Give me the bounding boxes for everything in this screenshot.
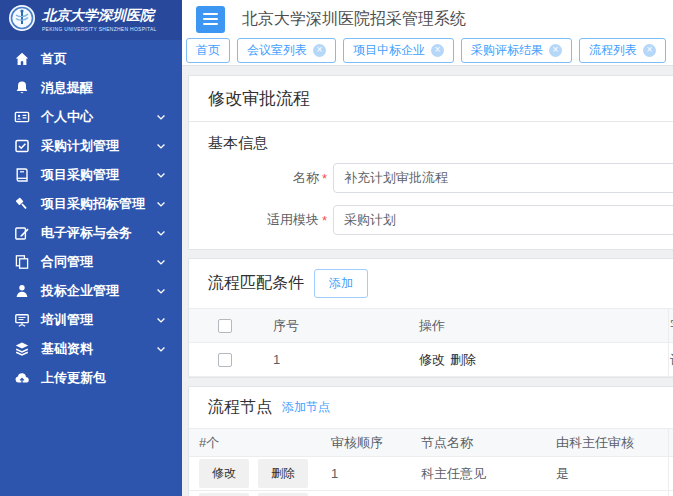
row-no: 1 (261, 343, 407, 376)
sidebar-item-e-evaluation[interactable]: 电子评标与会务 (0, 218, 182, 247)
sidebar-toggle-button[interactable] (196, 6, 225, 33)
add-node-link[interactable]: 添加节点 (282, 399, 330, 416)
sidebar-item-upload-update-package[interactable]: 上传更新包 (0, 363, 182, 392)
hospital-logo-icon (8, 4, 36, 36)
tab-label: 会议室列表 (247, 42, 307, 59)
delete-node-button[interactable]: 删除 (258, 459, 308, 488)
sidebar-item-label: 电子评标与会务 (41, 224, 132, 242)
app-title: 北京大学深圳医院招采管理系统 (242, 9, 466, 30)
hospital-subtitle: PEKING UNIVERSITY SHENZHEN HOSPITAL (42, 26, 157, 31)
chevron-down-icon (156, 257, 166, 267)
column-header-node-name: 节点名称 (411, 429, 546, 456)
hospital-name: 北京大学深圳医院 (42, 9, 182, 23)
close-icon[interactable]: × (643, 44, 656, 57)
column-header-actions: #个 (189, 429, 321, 456)
chevron-down-icon (156, 170, 166, 180)
column-header-dept-head: 由科主任审核 (546, 429, 668, 456)
tab-winning-enterprises[interactable]: 项目中标企业× (343, 38, 454, 63)
plan-check-icon (14, 138, 30, 154)
form-row-module: 适用模块 * (189, 205, 673, 235)
column-header-clipped: 字 (668, 309, 673, 342)
tab-meeting-room-list[interactable]: 会议室列表× (237, 38, 336, 63)
gavel-icon (14, 196, 30, 212)
hospital-logo-band: 北京大学深圳医院 PEKING UNIVERSITY SHENZHEN HOSP… (0, 0, 182, 40)
sidebar-item-training-management[interactable]: 培训管理 (0, 305, 182, 334)
table-header-row: 序号 操作 字 (189, 309, 673, 343)
row-checkbox[interactable] (218, 353, 232, 367)
required-mark: * (322, 171, 327, 186)
column-header-order: 审核顺序 (321, 429, 411, 456)
form-row-name: 名称 * (189, 163, 673, 193)
tab-evaluation-results[interactable]: 采购评标结果× (461, 38, 572, 63)
add-condition-button[interactable]: 添加 (314, 269, 368, 298)
column-header-no: 序号 (261, 309, 407, 342)
sidebar-item-label: 项目采购招标管理 (41, 195, 145, 213)
book-icon (14, 167, 30, 183)
sidebar-item-personal-center[interactable]: 个人中心 (0, 102, 182, 131)
tab-label: 采购评标结果 (471, 42, 543, 59)
chevron-down-icon (156, 344, 166, 354)
tab-process-list[interactable]: 流程列表× (579, 38, 666, 63)
sidebar-item-label: 合同管理 (41, 253, 93, 271)
column-header-clipped (668, 429, 673, 456)
person-icon (14, 283, 30, 299)
process-nodes-heading-row: 流程节点 添加节点 (189, 387, 673, 428)
training-board-icon (14, 312, 30, 328)
close-icon[interactable]: × (431, 44, 444, 57)
row-order: 1 (321, 457, 411, 490)
cloud-upload-icon (14, 370, 30, 386)
sidebar-item-contract-management[interactable]: 合同管理 (0, 247, 182, 276)
module-field-label: 适用模块 (189, 211, 319, 229)
chevron-down-icon (156, 315, 166, 325)
select-all-checkbox[interactable] (218, 319, 232, 333)
chevron-down-icon (156, 112, 166, 122)
name-field-label: 名称 (189, 169, 319, 187)
tab-home[interactable]: 首页 (186, 38, 230, 63)
process-nodes-table: #个 审核顺序 节点名称 由科主任审核 修改 删除 1 科主任意见 是 修改 (189, 428, 673, 496)
column-header-operation: 操作 (407, 309, 668, 342)
sidebar-item-label: 上传更新包 (41, 369, 106, 387)
sidebar-item-home[interactable]: 首页 (0, 44, 182, 73)
id-card-icon (14, 109, 30, 125)
sidebar-item-bidding-management[interactable]: 项目采购招标管理 (0, 189, 182, 218)
page-title: 修改审批流程 (189, 76, 673, 122)
sidebar-item-label: 基础资料 (41, 340, 93, 358)
open-tabs-bar: 首页 会议室列表× 项目中标企业× 采购评标结果× 流程列表× 流程× (182, 38, 673, 66)
table-row: 1 修改 删除 计 (189, 343, 673, 377)
documents-icon (14, 254, 30, 270)
sidebar-item-project-purchase[interactable]: 项目采购管理 (0, 160, 182, 189)
edit-link[interactable]: 修改 (419, 351, 445, 369)
table-row: 修改 删除 2 采购员意见 否 (189, 491, 673, 496)
chevron-down-icon (156, 286, 166, 296)
sidebar-item-messages[interactable]: 消息提醒 (0, 73, 182, 102)
edit-node-button[interactable]: 修改 (199, 459, 249, 488)
row-node-name: 采购员意见 (411, 491, 546, 496)
sidebar-item-label: 采购计划管理 (41, 137, 119, 155)
basic-info-panel: 修改审批流程 基本信息 名称 * 适用模块 * (188, 75, 673, 250)
sidebar-menu: 首页 消息提醒 个人中心 采购计划管理 项目采购管理 项目采购招标管理 (0, 40, 182, 392)
sidebar-item-label: 培训管理 (41, 311, 93, 329)
match-conditions-heading-row: 流程匹配条件 添加 (189, 259, 673, 308)
delete-link[interactable]: 删除 (450, 351, 476, 369)
close-icon[interactable]: × (549, 44, 562, 57)
row-node-name: 科主任意见 (411, 457, 546, 490)
match-conditions-panel: 流程匹配条件 添加 序号 操作 字 1 修改 删除 计 (188, 258, 673, 378)
top-header: 北京大学深圳医院招采管理系统 (182, 0, 673, 38)
row-clipped-cell: 计 (668, 343, 673, 376)
required-mark: * (322, 213, 327, 228)
match-conditions-heading: 流程匹配条件 (208, 273, 304, 294)
sidebar-item-label: 首页 (41, 50, 67, 68)
close-icon[interactable]: × (313, 44, 326, 57)
sidebar-item-purchase-plan[interactable]: 采购计划管理 (0, 131, 182, 160)
module-input[interactable] (333, 205, 673, 235)
sidebar-item-label: 项目采购管理 (41, 166, 119, 184)
name-input[interactable] (333, 163, 673, 193)
sidebar-item-bidder-enterprise[interactable]: 投标企业管理 (0, 276, 182, 305)
tab-label: 首页 (196, 42, 220, 59)
sidebar-item-basic-data[interactable]: 基础资料 (0, 334, 182, 363)
row-dept-head-review: 是 (546, 457, 668, 490)
chevron-down-icon (156, 141, 166, 151)
process-nodes-heading: 流程节点 (208, 397, 272, 418)
row-dept-head-review: 否 (546, 491, 668, 496)
bell-icon (14, 80, 30, 96)
